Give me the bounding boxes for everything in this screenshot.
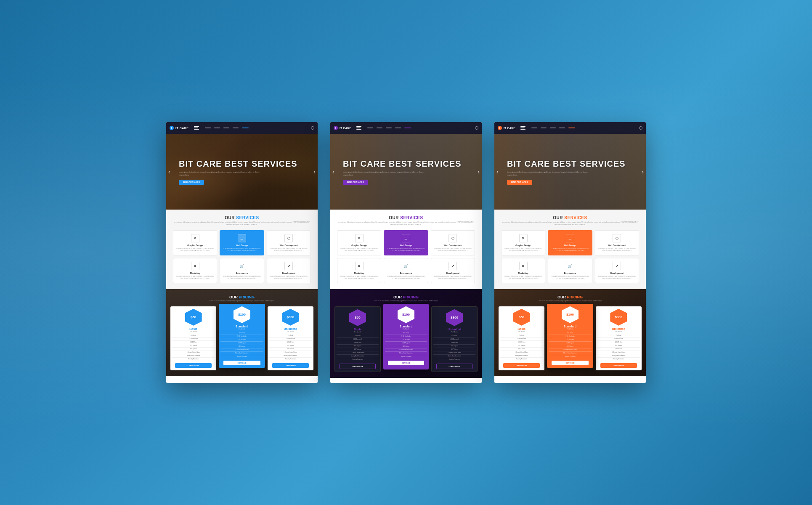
unlimited-btn-3[interactable]: LEARN MORE: [600, 363, 637, 368]
nav-hamburger-1[interactable]: [194, 126, 199, 130]
stext-devp-3: LOREM IPSUM DOLOR SIT AMET CONSECTETUR A…: [598, 276, 636, 279]
services-grid-3: ✕ Graphic Design LOREM IPSUM DOLOR SIT A…: [501, 230, 639, 283]
eco-icon-3: 🛒: [566, 262, 574, 270]
hero-content-2: BIT CARE BEST SERVICES Lorem ipsum dolor…: [330, 159, 482, 185]
service-card-dev-2: ⬡ Web Development LOREM IPSUM DOLOR SIT …: [431, 230, 475, 255]
services-section-2: OUR SERVICES Lorem ipsum dolor sit amet …: [330, 210, 482, 289]
pricing-card-basic-1: $50 Basic Per Month For Small 5 GB Bandw…: [170, 306, 216, 370]
nav-logo-3: 6 IT CARE: [498, 126, 515, 130]
standard-btn-3[interactable]: CONTINUE: [552, 361, 588, 365]
service-card-mkt-3: ✕ Marketing LOREM IPSUM DOLOR SIT AMET C…: [501, 258, 545, 283]
service-text-dev: LOREM IPSUM DOLOR SIT AMET CONSECTETUR A…: [270, 248, 308, 252]
nav-logo-1: 6 IT CARE: [170, 126, 189, 130]
stext-eco-3: LOREM IPSUM DOLOR SIT AMET CONSECTETUR A…: [551, 276, 589, 279]
stext-eco-2: LOREM IPSUM DOLOR SIT AMET CONSECTETUR A…: [387, 276, 425, 279]
service-text-ecommerce: LOREM IPSUM DOLOR SIT AMET CONSECTETUR A…: [223, 276, 261, 279]
services-title-accent-3: SERVICES: [564, 215, 587, 220]
hero-1: BIT CARE BEST SERVICES Lorem ipsum dolor…: [166, 134, 318, 210]
nav3-item-active[interactable]: [568, 128, 575, 128]
stext-devp-2: LOREM IPSUM DOLOR SIT AMET CONSECTETUR A…: [434, 276, 472, 279]
nav2-item-4[interactable]: [395, 128, 401, 128]
service-text-development: LOREM IPSUM DOLOR SIT AMET CONSECTETUR A…: [270, 276, 308, 279]
pricing-card-unlimited-1: $300 Unlimited Per Month For Small 5 GB …: [268, 306, 313, 370]
nav-logo-2: 6 IT CARE: [334, 126, 351, 130]
basic-name-1: Basic: [170, 327, 216, 330]
nav-item-1[interactable]: [205, 128, 211, 128]
dev-icon-3: ⬡: [613, 234, 621, 242]
services-title-accent-1: SERVICES: [236, 215, 259, 220]
standard-sub-2: Per Month: [383, 328, 429, 330]
hero-content-3: BIT CARE BEST SERVICES Lorem ipsum dolor…: [494, 159, 646, 185]
standard-btn-2[interactable]: CONTINUE: [388, 361, 424, 365]
unlimited-btn-2[interactable]: LEARN MORE: [436, 364, 472, 369]
pricing-desc-1: Lorem ipsum dolor sit amet consectetur a…: [170, 300, 313, 302]
nav-hamburger-2[interactable]: [356, 126, 361, 130]
nav-menu-2: [367, 128, 472, 128]
unlimited-name-2: Unlimited: [432, 328, 477, 331]
nav-hamburger-3[interactable]: [520, 126, 525, 130]
search-icon-2[interactable]: [475, 126, 478, 130]
standard-btn-1[interactable]: CONTINUE: [223, 361, 260, 365]
graphic-design-icon: ✕: [191, 234, 199, 242]
search-icon-1[interactable]: [311, 126, 314, 130]
logo-icon-3: 6: [498, 126, 502, 130]
nav3-item-2[interactable]: [541, 128, 547, 128]
basic-btn-1[interactable]: LEARN MORE: [175, 363, 212, 368]
services-desc-3: Lorem ipsum dolor sit amet consectetur a…: [501, 221, 639, 226]
web-icon-2: ☰: [402, 234, 410, 242]
nav-item-3[interactable]: [223, 128, 229, 128]
basic-btn-2[interactable]: LEARN MORE: [340, 364, 376, 369]
basic-features-1: For Small 5 GB Bandwidth 128 MB Ram 24/7…: [170, 334, 216, 361]
nav-item-active-1[interactable]: [242, 128, 249, 128]
hero-content-1: BIT CARE BEST SERVICES Lorem ipsum dolor…: [166, 159, 318, 185]
standard-price-1: $100: [238, 313, 246, 316]
unlimited-name-3: Unlimited: [596, 327, 642, 330]
hero-title-3: BIT CARE BEST SERVICES: [507, 159, 633, 169]
basic-btn-3[interactable]: LEARN MORE: [503, 363, 540, 368]
hero-2: BIT CARE BEST SERVICES Lorem ipsum dolor…: [330, 134, 482, 210]
sname-dev-2: Web Development: [434, 244, 472, 247]
ecommerce-icon: 🛒: [238, 262, 246, 270]
service-card-dev: ⬡ Web Development LOREM IPSUM DOLOR SIT …: [267, 230, 311, 255]
hero-cta-3[interactable]: FIND OUT MORE: [507, 180, 532, 185]
eco-icon-2: 🛒: [402, 262, 410, 270]
service-card-web: ☰ Web Design LOREM IPSUM DOLOR SIT AMET …: [220, 230, 264, 255]
basic-sub-3: Per Month: [499, 331, 544, 332]
pricing-card-basic-3: $50 Basic Per Month For Small 5 GB Bandw…: [499, 306, 544, 370]
nav-item-2[interactable]: [214, 128, 220, 128]
service-text-marketing: LOREM IPSUM DOLOR SIT AMET CONSECTETUR A…: [176, 276, 214, 279]
graphic-icon-2: ✕: [355, 234, 364, 242]
pricing-card-standard-3: $100 Standard Per Month For Small 5 GB B…: [547, 304, 593, 368]
logo-icon-2: 6: [334, 126, 338, 130]
standard-name-3: Standard: [547, 325, 593, 328]
pricing-cards-1: $50 Basic Per Month For Small 5 GB Bandw…: [170, 306, 313, 370]
hero-cta-2[interactable]: FIND OUT MORE: [343, 180, 368, 185]
sname-mkt-3: Marketing: [504, 272, 542, 274]
stext-graphic-3: LOREM IPSUM DOLOR SIT AMET CONSECTETUR A…: [504, 248, 542, 252]
nav2-item-active[interactable]: [404, 128, 411, 128]
basic-sub-2: Per Month: [335, 331, 380, 333]
graphic-icon-3: ✕: [519, 234, 528, 242]
search-icon-3[interactable]: [639, 126, 642, 130]
unlimited-btn-1[interactable]: LEARN MORE: [272, 363, 309, 368]
services-title-3: OUR SERVICES: [501, 215, 639, 220]
nav-item-4[interactable]: [233, 128, 239, 128]
service-name-web: Web Design: [223, 244, 261, 247]
nav2-item-2[interactable]: [377, 128, 382, 128]
nav2-item-1[interactable]: [367, 128, 373, 128]
nav3-item-1[interactable]: [531, 128, 537, 128]
nav2-item-3[interactable]: [386, 128, 392, 128]
web-icon-3: ☰: [566, 234, 574, 242]
hero-cta-1[interactable]: FIND OUT MORE: [179, 180, 204, 185]
stext-web-2: LOREM IPSUM DOLOR SIT AMET CONSECTETUR A…: [387, 248, 425, 252]
development-icon: ↗: [284, 262, 293, 270]
pricing-title-3: OUR PRICING: [499, 295, 642, 299]
nav3-item-3[interactable]: [550, 128, 556, 128]
navbar-3: 6 IT CARE: [494, 122, 646, 134]
nav3-item-4[interactable]: [559, 128, 565, 128]
service-card-devp-3: ↗ Development LOREM IPSUM DOLOR SIT AMET…: [595, 258, 639, 283]
stext-web-3: LOREM IPSUM DOLOR SIT AMET CONSECTETUR A…: [551, 248, 589, 252]
pricing-card-standard-1: $100 Standard Per Month For Small 5 GB B…: [219, 304, 265, 368]
services-desc-1: Lorem ipsum dolor sit amet consectetur a…: [173, 221, 311, 226]
service-card-web-2: ☰ Web Design LOREM IPSUM DOLOR SIT AMET …: [384, 230, 428, 255]
